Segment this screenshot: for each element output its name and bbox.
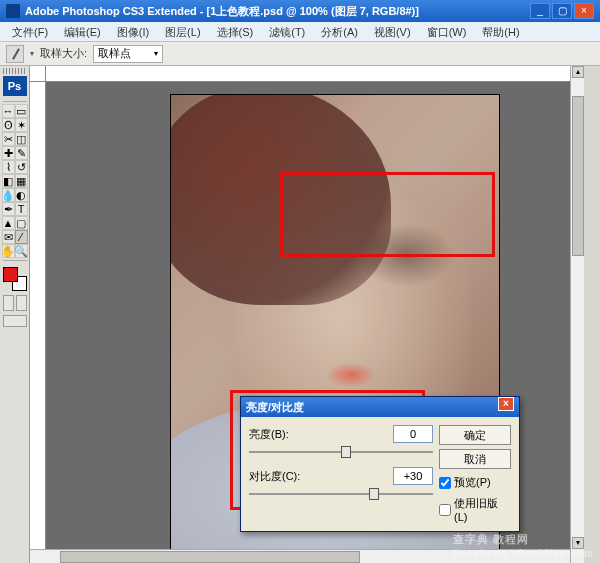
tool-notes[interactable]: ✉ bbox=[2, 230, 15, 244]
tool-magic-wand[interactable]: ✶ bbox=[15, 118, 28, 132]
tool-preset-chevron-icon[interactable]: ▾ bbox=[30, 49, 34, 58]
contrast-input[interactable] bbox=[393, 467, 433, 485]
foreground-color[interactable] bbox=[3, 267, 18, 282]
dialog-close-button[interactable]: × bbox=[498, 397, 514, 411]
tool-slice[interactable]: ◫ bbox=[15, 132, 28, 146]
tool-eyedropper[interactable]: ⁄ bbox=[15, 230, 28, 244]
menu-help[interactable]: 帮助(H) bbox=[474, 22, 527, 41]
tool-marquee[interactable]: ▭ bbox=[15, 104, 28, 118]
menu-filter[interactable]: 滤镜(T) bbox=[261, 22, 313, 41]
scroll-up-arrow-icon[interactable]: ▴ bbox=[572, 66, 584, 78]
tool-zoom[interactable]: 🔍 bbox=[15, 244, 28, 258]
image-content bbox=[170, 94, 391, 305]
tool-eraser[interactable]: ◧ bbox=[2, 174, 15, 188]
brightness-slider[interactable] bbox=[249, 445, 433, 459]
eyedropper-icon[interactable] bbox=[6, 45, 24, 63]
ok-button[interactable]: 确定 bbox=[439, 425, 511, 445]
minimize-button[interactable]: _ bbox=[530, 3, 550, 19]
maximize-button[interactable]: ▢ bbox=[552, 3, 572, 19]
legacy-label: 使用旧版(L) bbox=[454, 496, 511, 523]
window-titlebar: Adobe Photoshop CS3 Extended - [1上色教程.ps… bbox=[0, 0, 600, 22]
sample-size-dropdown[interactable]: 取样点 ▾ bbox=[93, 45, 163, 63]
brightness-label: 亮度(B): bbox=[249, 427, 309, 442]
tool-type[interactable]: T bbox=[15, 202, 28, 216]
tool-blur[interactable]: 💧 bbox=[2, 188, 15, 202]
vertical-scrollbar[interactable]: ▴ ▾ bbox=[570, 66, 584, 563]
brightness-contrast-dialog[interactable]: 亮度/对比度 × 亮度(B): 对比度(C): bbox=[240, 396, 520, 532]
tool-history-brush[interactable]: ↺ bbox=[15, 160, 28, 174]
color-swatches[interactable] bbox=[3, 267, 27, 291]
ruler-vertical[interactable] bbox=[30, 82, 46, 549]
options-bar: ▾ 取样大小: 取样点 ▾ bbox=[0, 42, 600, 66]
menu-window[interactable]: 窗口(W) bbox=[419, 22, 475, 41]
tool-stamp[interactable]: ⌇ bbox=[2, 160, 15, 174]
tool-gradient[interactable]: ▦ bbox=[15, 174, 28, 188]
tool-move[interactable]: ↔ bbox=[2, 104, 15, 118]
brightness-input[interactable] bbox=[393, 425, 433, 443]
tool-pen[interactable]: ✒ bbox=[2, 202, 15, 216]
right-panel-dock[interactable] bbox=[584, 66, 600, 563]
legacy-checkbox[interactable]: 使用旧版(L) bbox=[439, 496, 511, 523]
toolbox-grip[interactable] bbox=[3, 68, 27, 74]
toolbox: Ps ↔▭ ʘ✶ ✂◫ ✚✎ ⌇↺ ◧▦ 💧◐ ✒T ▲▢ ✉⁄ ✋🔍 bbox=[0, 66, 30, 563]
dialog-titlebar[interactable]: 亮度/对比度 × bbox=[241, 397, 519, 417]
tool-healing[interactable]: ✚ bbox=[2, 146, 15, 160]
horizontal-scrollbar[interactable] bbox=[30, 549, 570, 563]
contrast-slider[interactable] bbox=[249, 487, 433, 501]
photoshop-logo: Ps bbox=[3, 76, 27, 96]
preview-label: 预览(P) bbox=[454, 475, 491, 490]
ruler-origin[interactable] bbox=[30, 66, 46, 82]
preview-checkbox-input[interactable] bbox=[439, 477, 451, 489]
scroll-thumb[interactable] bbox=[60, 551, 360, 563]
quick-mask-toggle[interactable] bbox=[3, 295, 27, 311]
menubar: 文件(F) 编辑(E) 图像(I) 图层(L) 选择(S) 滤镜(T) 分析(A… bbox=[0, 22, 600, 42]
menu-image[interactable]: 图像(I) bbox=[109, 22, 157, 41]
contrast-label: 对比度(C): bbox=[249, 469, 309, 484]
tool-shape[interactable]: ▢ bbox=[15, 216, 28, 230]
app-icon bbox=[6, 4, 20, 18]
tool-brush[interactable]: ✎ bbox=[15, 146, 28, 160]
brightness-slider-thumb[interactable] bbox=[341, 446, 351, 458]
chevron-down-icon: ▾ bbox=[154, 49, 158, 58]
canvas-area: 亮度/对比度 × 亮度(B): 对比度(C): bbox=[30, 66, 584, 563]
tool-dodge[interactable]: ◐ bbox=[15, 188, 28, 202]
tool-lasso[interactable]: ʘ bbox=[2, 118, 15, 132]
menu-layer[interactable]: 图层(L) bbox=[157, 22, 208, 41]
contrast-slider-thumb[interactable] bbox=[369, 488, 379, 500]
legacy-checkbox-input[interactable] bbox=[439, 504, 451, 516]
tool-hand[interactable]: ✋ bbox=[2, 244, 15, 258]
dialog-title: 亮度/对比度 bbox=[246, 397, 304, 417]
window-title: Adobe Photoshop CS3 Extended - [1上色教程.ps… bbox=[25, 0, 528, 22]
menu-view[interactable]: 视图(V) bbox=[366, 22, 419, 41]
menu-edit[interactable]: 编辑(E) bbox=[56, 22, 109, 41]
scroll-down-arrow-icon[interactable]: ▾ bbox=[572, 537, 584, 549]
divider bbox=[3, 101, 27, 102]
menu-analysis[interactable]: 分析(A) bbox=[313, 22, 366, 41]
preview-checkbox[interactable]: 预览(P) bbox=[439, 475, 511, 490]
menu-file[interactable]: 文件(F) bbox=[4, 22, 56, 41]
screen-mode-button[interactable] bbox=[3, 315, 27, 327]
cancel-button[interactable]: 取消 bbox=[439, 449, 511, 469]
sample-size-value: 取样点 bbox=[98, 46, 131, 61]
tool-path-select[interactable]: ▲ bbox=[2, 216, 15, 230]
sample-size-label: 取样大小: bbox=[40, 46, 87, 61]
close-button[interactable]: × bbox=[574, 3, 594, 19]
scroll-thumb[interactable] bbox=[572, 96, 584, 256]
divider bbox=[3, 260, 27, 261]
tool-crop[interactable]: ✂ bbox=[2, 132, 15, 146]
menu-select[interactable]: 选择(S) bbox=[209, 22, 262, 41]
ruler-horizontal[interactable] bbox=[46, 66, 570, 82]
